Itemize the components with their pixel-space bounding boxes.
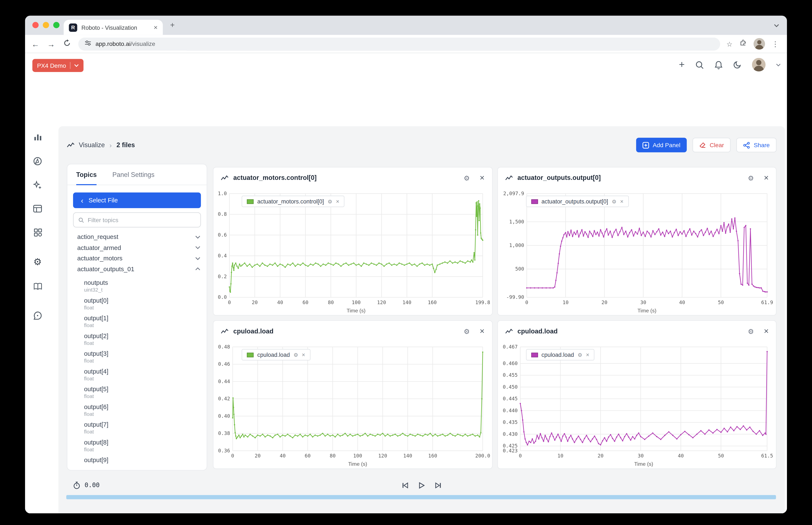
panel-close-button[interactable]: ×	[764, 173, 769, 182]
forward-button[interactable]: →	[44, 39, 58, 48]
add-panel-button[interactable]: Add Panel	[636, 138, 686, 152]
topic-fields-list: noutputs uint32_t output[0] float output…	[67, 274, 207, 466]
tab-close-icon[interactable]: ×	[153, 24, 158, 31]
bookmark-star-icon[interactable]: ☆	[726, 40, 733, 48]
site-info-icon[interactable]	[85, 39, 91, 48]
workspace-selector[interactable]: PX4 Demo	[32, 59, 83, 72]
share-button[interactable]: Share	[737, 138, 777, 152]
chart-plot[interactable]: actuator_motors.control[0] ⚙ × 020406080…	[213, 189, 492, 315]
tab-panel-settings[interactable]: Panel Settings	[113, 164, 154, 185]
field-output-1[interactable]: output[1] float	[84, 312, 200, 330]
dark-mode-moon-icon[interactable]	[733, 61, 741, 69]
filter-topics-input[interactable]	[88, 217, 196, 223]
svg-text:80: 80	[330, 453, 336, 459]
panel-settings-gear-button[interactable]: ⚙	[748, 327, 754, 335]
field-output-2[interactable]: output[2] float	[84, 330, 200, 348]
series-remove-button[interactable]: ×	[586, 352, 589, 358]
chart-plot[interactable]: actuator_outputs.output[0] ⚙ × 010203040…	[498, 189, 776, 315]
browser-profile-avatar[interactable]	[753, 38, 765, 49]
clear-button[interactable]: Clear	[692, 138, 730, 152]
timeline-scrollbar[interactable]	[66, 495, 776, 499]
select-file-button[interactable]: ‹ Select File	[73, 192, 201, 208]
series-remove-button[interactable]: ×	[302, 352, 305, 358]
field-noutputs[interactable]: noutputs uint32_t	[84, 277, 200, 295]
panel-close-button[interactable]: ×	[480, 173, 485, 182]
field-output-8[interactable]: output[8] float	[84, 437, 200, 454]
chart-legend[interactable]: cpuload.load ⚙ ×	[526, 349, 595, 360]
tab-topics[interactable]: Topics	[76, 164, 97, 185]
panel-settings-gear-button[interactable]: ⚙	[463, 327, 470, 335]
minimize-window-button[interactable]	[43, 22, 49, 28]
sidebar-item-ai[interactable]	[25, 176, 50, 194]
sidebar-item-settings[interactable]: ⚙	[25, 253, 50, 271]
chart-legend[interactable]: cpuload.load ⚙ ×	[241, 349, 310, 360]
url-text[interactable]: app.roboto.ai/visualize	[95, 41, 155, 47]
new-tab-button[interactable]: +	[170, 21, 175, 29]
panel-close-button[interactable]: ×	[764, 327, 769, 336]
browser-tab-strip: R Roboto - Visualization × +	[25, 16, 787, 35]
series-remove-button[interactable]: ×	[620, 198, 623, 204]
notifications-bell-icon[interactable]	[714, 60, 723, 69]
chart-legend[interactable]: actuator_motors.control[0] ⚙ ×	[241, 196, 344, 207]
svg-text:20: 20	[252, 299, 258, 305]
sidebar-item-collections[interactable]	[25, 200, 50, 218]
svg-text:0.440: 0.440	[502, 407, 517, 414]
field-output-0[interactable]: output[0] float	[84, 295, 200, 313]
skip-to-end-button[interactable]	[435, 482, 442, 489]
close-window-button[interactable]	[32, 22, 39, 28]
topic-actuator-outputs-01[interactable]: actuator_outputs_01	[77, 264, 201, 274]
svg-text:0.6: 0.6	[218, 232, 227, 238]
sidebar-item-explore[interactable]	[25, 152, 50, 170]
svg-text:120: 120	[377, 299, 386, 305]
series-gear-button[interactable]: ⚙	[328, 198, 332, 204]
create-new-button[interactable]: +	[679, 60, 684, 69]
reload-button[interactable]	[59, 39, 74, 48]
field-output-7[interactable]: output[7] float	[84, 419, 200, 437]
back-button[interactable]: ←	[28, 39, 43, 48]
series-gear-button[interactable]: ⚙	[578, 352, 582, 358]
breadcrumb-section[interactable]: Visualize	[79, 141, 105, 149]
tab-search-chevron-icon[interactable]	[773, 21, 780, 31]
sidebar-item-docs[interactable]	[25, 278, 50, 296]
field-output-6[interactable]: output[6] float	[84, 401, 200, 419]
chevron-left-icon: ‹	[81, 197, 83, 203]
topic-action-request[interactable]: action_request	[77, 232, 201, 242]
play-button[interactable]	[418, 482, 425, 489]
panel-settings-gear-button[interactable]: ⚙	[463, 174, 470, 182]
field-output-5[interactable]: output[5] float	[84, 383, 200, 401]
chevron-down-icon	[195, 235, 201, 239]
sidebar-item-support[interactable]	[25, 307, 50, 325]
account-chevron-icon[interactable]	[776, 63, 781, 66]
chart-plot[interactable]: cpuload.load ⚙ × 02040608010012014016020…	[213, 342, 492, 468]
svg-text:140: 140	[402, 299, 411, 305]
sidebar-item-metrics[interactable]	[25, 128, 50, 146]
extensions-icon[interactable]	[739, 39, 747, 48]
chart-legend[interactable]: actuator_outputs.output[0] ⚙ ×	[526, 196, 629, 207]
field-output-3[interactable]: output[3] float	[84, 348, 200, 366]
workspace-name: PX4 Demo	[37, 62, 66, 69]
series-gear-button[interactable]: ⚙	[612, 198, 617, 204]
chart-plot[interactable]: cpuload.load ⚙ × 0102030405061.50.4230.4…	[498, 342, 776, 468]
breadcrumb-files-count[interactable]: 2 files	[116, 141, 135, 149]
search-icon[interactable]	[695, 60, 704, 69]
playback-bar: 0.00	[67, 480, 777, 490]
series-label: cpuload.load	[541, 352, 574, 358]
topic-actuator-armed[interactable]: actuator_armed	[77, 242, 201, 253]
sparkles-icon	[33, 181, 42, 190]
field-output-9[interactable]: output[9]	[84, 454, 200, 466]
svg-text:0.2: 0.2	[218, 273, 227, 280]
series-gear-button[interactable]: ⚙	[293, 352, 298, 358]
browser-tab[interactable]: R Roboto - Visualization ×	[64, 20, 163, 35]
svg-text:0: 0	[519, 453, 521, 459]
topic-actuator-motors[interactable]: actuator_motors	[77, 253, 201, 264]
sidebar-item-datasets[interactable]	[25, 223, 50, 241]
field-output-4[interactable]: output[4] float	[84, 366, 200, 384]
address-bar[interactable]: app.roboto.ai/visualize	[78, 38, 720, 50]
panel-settings-gear-button[interactable]: ⚙	[748, 174, 754, 182]
skip-to-start-button[interactable]	[402, 482, 409, 489]
zoom-window-button[interactable]	[53, 22, 59, 28]
panel-close-button[interactable]: ×	[480, 327, 485, 336]
user-avatar[interactable]	[752, 58, 766, 72]
series-remove-button[interactable]: ×	[336, 198, 339, 204]
browser-menu-icon[interactable]: ⋮	[772, 40, 779, 48]
